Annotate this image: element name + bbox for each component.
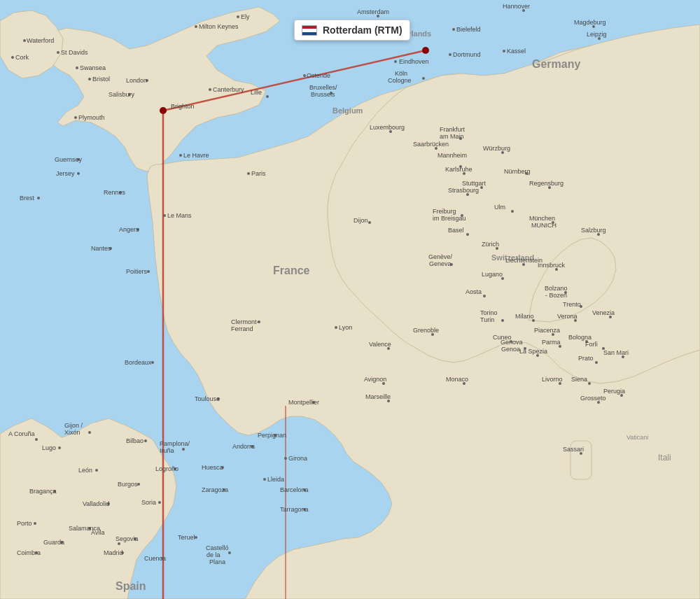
- svg-point-33: [77, 172, 80, 175]
- svg-text:Köln: Köln: [395, 70, 407, 77]
- svg-point-257: [422, 47, 429, 54]
- map-container: Cork Waterford St Davids Swansea Bristol…: [0, 0, 700, 599]
- svg-point-27: [209, 88, 211, 91]
- svg-text:Angers: Angers: [119, 226, 139, 233]
- svg-text:St Davids: St Davids: [61, 49, 88, 56]
- svg-text:Innsbruck: Innsbruck: [538, 262, 566, 269]
- svg-text:Tarragona: Tarragona: [280, 506, 309, 513]
- svg-text:Grenoble: Grenoble: [413, 327, 439, 334]
- svg-text:Salisbury: Salisbury: [108, 91, 135, 98]
- svg-text:Bielefeld: Bielefeld: [456, 26, 481, 33]
- svg-text:Monaco: Monaco: [446, 376, 468, 383]
- svg-text:San Mari: San Mari: [603, 349, 629, 356]
- airport-popup: Rotterdam (RTM): [294, 20, 410, 41]
- svg-text:Huesca: Huesca: [202, 464, 223, 471]
- svg-point-47: [147, 270, 150, 273]
- svg-text:Bragança: Bragança: [29, 488, 57, 495]
- svg-point-11: [76, 66, 78, 69]
- svg-text:Prato: Prato: [578, 355, 594, 362]
- svg-text:Kassel: Kassel: [507, 48, 526, 55]
- svg-point-65: [284, 457, 287, 460]
- svg-text:Castelló: Castelló: [206, 544, 229, 551]
- svg-text:Iruña: Iruña: [160, 447, 174, 454]
- svg-point-82: [144, 439, 147, 442]
- svg-point-45: [247, 172, 250, 175]
- svg-text:Venezia: Venezia: [592, 309, 615, 316]
- svg-text:Marseille: Marseille: [365, 393, 391, 400]
- svg-point-88: [158, 501, 161, 504]
- svg-text:Le Havre: Le Havre: [183, 152, 209, 159]
- svg-point-19: [237, 15, 239, 18]
- svg-text:Piacenza: Piacenza: [534, 327, 560, 334]
- svg-text:Forlì: Forlì: [585, 341, 598, 348]
- svg-text:Lille: Lille: [251, 89, 262, 96]
- svg-text:Valladolid: Valladolid: [83, 500, 109, 507]
- svg-text:Nantes: Nantes: [91, 245, 111, 252]
- svg-text:Strasbourg: Strasbourg: [448, 187, 479, 194]
- svg-text:Verona: Verona: [557, 313, 578, 320]
- svg-text:Plana: Plana: [209, 558, 225, 565]
- svg-text:Brussels: Brussels: [311, 91, 335, 98]
- svg-point-231: [595, 361, 598, 364]
- svg-point-17: [195, 25, 197, 28]
- svg-text:Pamplona/: Pamplona/: [160, 440, 190, 447]
- svg-text:Perugia: Perugia: [603, 388, 625, 395]
- svg-text:Brighton: Brighton: [171, 103, 195, 110]
- svg-text:Geneva: Geneva: [429, 260, 451, 267]
- svg-text:Ely: Ely: [241, 13, 250, 20]
- svg-text:Xixón: Xixón: [64, 429, 80, 436]
- svg-text:de la: de la: [206, 551, 220, 558]
- svg-text:Bilbao: Bilbao: [126, 437, 144, 444]
- svg-text:Teruel: Teruel: [178, 534, 195, 541]
- svg-point-5: [11, 56, 14, 59]
- svg-text:Canterbury: Canterbury: [213, 86, 244, 93]
- svg-text:Cork: Cork: [15, 54, 29, 61]
- svg-text:Nürnberg: Nürnberg: [504, 168, 531, 175]
- svg-point-25: [160, 107, 167, 114]
- svg-text:Waterford: Waterford: [27, 37, 54, 44]
- svg-text:Milano: Milano: [515, 313, 534, 320]
- svg-text:Guarda: Guarda: [43, 539, 64, 546]
- svg-text:Belgium: Belgium: [332, 106, 363, 115]
- svg-text:am Main: am Main: [440, 133, 464, 140]
- svg-text:Germany: Germany: [532, 58, 580, 70]
- svg-point-117: [34, 522, 36, 525]
- svg-text:Lleida: Lleida: [267, 476, 284, 483]
- svg-text:Cuenca: Cuenca: [144, 555, 166, 562]
- svg-text:France: France: [273, 265, 310, 276]
- svg-point-134: [394, 60, 397, 63]
- svg-text:Salzburg: Salzburg: [581, 227, 606, 234]
- svg-text:Toulouse: Toulouse: [195, 395, 220, 402]
- svg-text:A Coruña: A Coruña: [8, 430, 35, 437]
- svg-text:Coimbra: Coimbra: [17, 549, 41, 556]
- svg-text:Barcelona: Barcelona: [280, 486, 309, 493]
- svg-text:La Spezia: La Spezia: [519, 348, 547, 355]
- svg-text:Soria: Soria: [141, 499, 156, 506]
- svg-point-75: [263, 478, 266, 481]
- svg-point-100: [195, 536, 197, 539]
- svg-text:Valence: Valence: [369, 341, 391, 348]
- svg-point-102: [228, 551, 231, 554]
- svg-point-9: [57, 51, 59, 54]
- svg-text:Hannover: Hannover: [503, 3, 530, 10]
- svg-text:Cologne: Cologne: [388, 77, 412, 84]
- svg-text:Basel: Basel: [448, 227, 464, 234]
- svg-point-86: [95, 469, 98, 472]
- svg-text:Segovia: Segovia: [115, 535, 139, 542]
- svg-text:Bruxelles/: Bruxelles/: [309, 84, 337, 91]
- svg-text:Stuttgart: Stuttgart: [462, 180, 486, 187]
- svg-text:Karlsruhe: Karlsruhe: [445, 166, 472, 173]
- svg-text:Grosseto: Grosseto: [580, 395, 606, 402]
- svg-text:Aosta: Aosta: [465, 288, 482, 295]
- svg-text:Paris: Paris: [251, 170, 266, 177]
- svg-text:Rennes: Rennes: [104, 189, 126, 196]
- svg-text:Frankfurt: Frankfurt: [440, 126, 465, 133]
- svg-text:Logroño: Logroño: [155, 465, 178, 472]
- svg-text:Leipzig: Leipzig: [587, 31, 607, 38]
- svg-text:Regensburg: Regensburg: [529, 180, 564, 187]
- svg-text:Ostende: Ostende: [307, 72, 330, 79]
- svg-text:Turin: Turin: [480, 316, 494, 323]
- svg-text:Itali: Itali: [658, 453, 671, 463]
- svg-text:Madrid: Madrid: [104, 549, 123, 556]
- svg-text:Porto: Porto: [17, 520, 32, 527]
